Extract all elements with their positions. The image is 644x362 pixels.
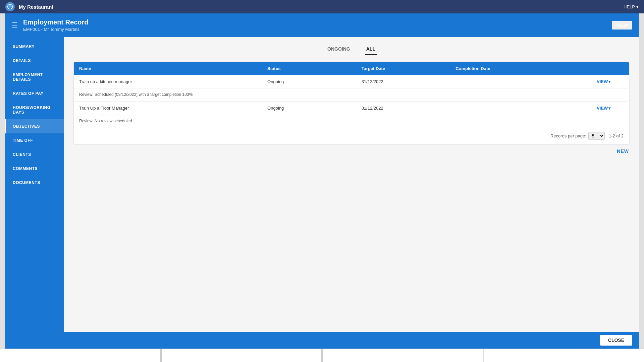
col-header-completion-date: Completion Date	[455, 66, 597, 71]
app-title: My Restaurant	[19, 4, 53, 10]
dialog-subtitle: EMP001 - Mr Tommy Martins	[23, 27, 88, 32]
chevron-down-icon: ▾	[608, 106, 610, 111]
row1-view-button[interactable]: VIEW ▾	[597, 79, 624, 84]
table-header: Name Status Target Date Completion Date	[74, 62, 629, 75]
dialog-header: ☰ Employment Record EMP001 - Mr Tommy Ma…	[5, 13, 639, 37]
row1-status: Ongoing	[267, 79, 362, 84]
records-per-page: Records per page: 5 10 25	[550, 132, 605, 140]
row2-name: Train Up a Floor Manager	[79, 106, 267, 111]
new-button-container: NEW	[74, 148, 629, 154]
tab-all[interactable]: ALL	[365, 44, 377, 55]
menu-icon[interactable]: ☰	[12, 21, 18, 29]
sidebar-item-hours-working-days[interactable]: HOURS/WORKING DAYS	[5, 101, 64, 119]
col-header-status: Status	[267, 66, 362, 71]
sidebar: SUMMARY DETAILS EMPLOYMENT DETAILS RATES…	[5, 37, 64, 332]
dialog-body: SUMMARY DETAILS EMPLOYMENT DETAILS RATES…	[5, 37, 639, 332]
background-content	[0, 349, 644, 362]
dialog-title: Employment Record	[23, 18, 88, 26]
row1-name: Train up a kitchen manager	[79, 79, 267, 84]
sidebar-item-rates-of-pay[interactable]: RATES OF PAY	[5, 86, 64, 101]
row1-sub: Review: Scheduled (09/12/2022) with a ta…	[74, 88, 629, 102]
col-header-actions	[597, 66, 624, 71]
sidebar-item-documents[interactable]: DOCUMENTS	[5, 176, 64, 190]
sidebar-item-employment-details[interactable]: EMPLOYMENT DETAILS	[5, 68, 64, 86]
employment-record-dialog: ☰ Employment Record EMP001 - Mr Tommy Ma…	[5, 13, 639, 349]
sidebar-item-clients[interactable]: CLIENTS	[5, 147, 64, 162]
main-content: ONGOING ALL Name Status Target Date Comp…	[64, 37, 639, 332]
table-row: Train up a kitchen manager Ongoing 31/12…	[74, 75, 629, 88]
row2-target-date: 31/12/2022	[362, 106, 456, 111]
chevron-down-icon: ▾	[636, 4, 639, 9]
row2-review-text: Review: No review scheduled	[79, 119, 132, 123]
sidebar-item-time-off[interactable]: TIME OFF	[5, 133, 64, 147]
records-per-page-select[interactable]: 5 10 25	[588, 132, 605, 140]
sidebar-item-comments[interactable]: COMMENTS	[5, 162, 64, 176]
sidebar-item-summary[interactable]: SUMMARY	[5, 40, 64, 54]
dialog-help-button[interactable]: HELP	[612, 21, 632, 29]
sidebar-item-details[interactable]: DETAILS	[5, 54, 64, 68]
objectives-table: Name Status Target Date Completion Date …	[74, 62, 629, 144]
close-button[interactable]: CLOSE	[600, 335, 632, 346]
tab-bar: ONGOING ALL	[74, 44, 629, 55]
tab-ongoing[interactable]: ONGOING	[326, 44, 352, 55]
dialog-title-block: Employment Record EMP001 - Mr Tommy Mart…	[23, 18, 88, 32]
app-logo	[5, 2, 15, 11]
row2-view-button[interactable]: VIEW ▾	[597, 106, 624, 111]
svg-point-0	[8, 4, 12, 9]
col-header-target-date: Target Date	[362, 66, 456, 71]
chevron-down-icon: ▾	[608, 79, 610, 84]
pagination: Records per page: 5 10 25 1-2 of 2	[74, 128, 629, 144]
dialog-footer: CLOSE	[5, 332, 639, 349]
row2-status: Ongoing	[267, 106, 362, 111]
dialog-header-left: ☰ Employment Record EMP001 - Mr Tommy Ma…	[12, 18, 88, 32]
top-nav-left: My Restaurant	[5, 2, 53, 11]
table-row: Train Up a Floor Manager Ongoing 31/12/2…	[74, 102, 629, 115]
sidebar-item-objectives[interactable]: OBJECTIVES	[5, 119, 64, 133]
col-header-name: Name	[79, 66, 267, 71]
pagination-range: 1-2 of 2	[609, 133, 624, 138]
records-label: Records per page:	[550, 133, 586, 138]
top-navigation: My Restaurant HELP ▾	[0, 0, 644, 13]
new-button[interactable]: NEW	[617, 148, 629, 154]
top-help-button[interactable]: HELP ▾	[624, 4, 639, 9]
row1-review-text: Review: Scheduled (09/12/2022) with a ta…	[79, 92, 193, 97]
row1-target-date: 31/12/2022	[362, 79, 456, 84]
row2-sub: Review: No review scheduled	[74, 115, 629, 128]
